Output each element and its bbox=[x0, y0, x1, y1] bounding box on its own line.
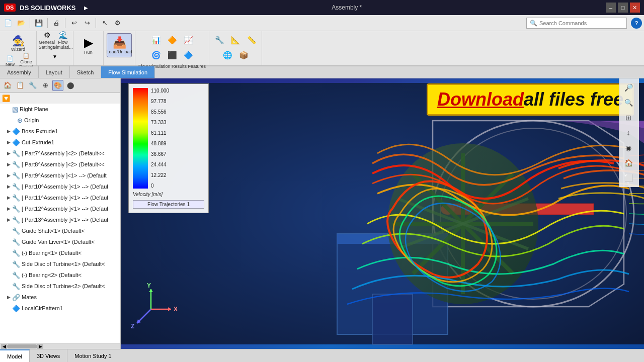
wizard-button[interactable]: 🧙 Wizard bbox=[8, 33, 28, 53]
toolbar-separator-1 bbox=[30, 18, 30, 28]
tree-item-side-disc2[interactable]: 🔧Side Disc of Turbine<2> (Default< bbox=[0, 281, 120, 292]
legend-val-8: 12.222 bbox=[151, 172, 169, 178]
zoom-out-button[interactable]: 🔍 bbox=[620, 96, 636, 110]
results-feature-btn4[interactable]: 🌀 bbox=[149, 48, 163, 62]
home-view-button[interactable]: 🏠 bbox=[620, 156, 636, 170]
tree-item-part10[interactable]: ▶🔧[ Part10^Assembly ]<1> --> (Defaul bbox=[0, 181, 120, 192]
general-settings-button[interactable]: ⚙ General Settings bbox=[40, 33, 54, 47]
extra-icons-row: 🔧 📐 📏 bbox=[212, 33, 259, 47]
results-feature-btn5[interactable]: ⬛ bbox=[165, 48, 179, 62]
lp-btn6[interactable]: ⬤ bbox=[65, 80, 76, 91]
scroll-left-button[interactable]: ◀ bbox=[1, 344, 7, 349]
ribbon-group-results: 📊 🔶 📈 🌀 ⬛ 🔷 Flow Simulation Results Feat… bbox=[135, 31, 209, 65]
tree-item-local-cir[interactable]: 🔷LocalCirPattern1 bbox=[0, 303, 120, 314]
legend-box-label[interactable]: Flow Trajectories 1 bbox=[133, 200, 204, 209]
tab-flow-simulation[interactable]: Flow Simulation bbox=[101, 66, 155, 78]
lp-btn2[interactable]: 📋 bbox=[15, 80, 26, 91]
view-options-button[interactable]: ⬜ bbox=[620, 171, 636, 185]
tab-assembly[interactable]: Assembly bbox=[0, 66, 39, 78]
zoom-in-button[interactable]: 🔎 bbox=[620, 80, 636, 95]
clone-icon: 📋 bbox=[23, 53, 30, 59]
tree-item-bearing2[interactable]: 🔧(-) Bearing<2> (Default< bbox=[0, 269, 120, 281]
lp-btn1[interactable]: 🏠 bbox=[2, 80, 13, 91]
select-button[interactable]: ↖ bbox=[99, 17, 111, 29]
tab-model[interactable]: Model bbox=[0, 349, 30, 362]
tab-sketch[interactable]: Sketch bbox=[70, 66, 102, 78]
search-box[interactable]: 🔍 bbox=[526, 18, 627, 29]
close-button[interactable]: ✕ bbox=[630, 3, 640, 13]
tree-item-guide-shaft[interactable]: 🔧Guide Shaft<1> (Default< bbox=[0, 225, 120, 236]
tree-item-boss-extrude1[interactable]: ▶🔷Boss-Extrude1 bbox=[0, 126, 120, 137]
tab-layout[interactable]: Layout bbox=[39, 66, 70, 78]
horizontal-scrollbar[interactable]: ◀ ▶ bbox=[0, 343, 120, 349]
tree-item-right-plane[interactable]: ▧Right Plane bbox=[0, 104, 120, 115]
rotate-view-button[interactable]: ↕ bbox=[620, 126, 636, 140]
loadunload-button[interactable]: 📥 Load/Unload bbox=[107, 33, 132, 57]
redo-button[interactable]: ↪ bbox=[81, 17, 93, 29]
toolbar-separator-2 bbox=[47, 18, 48, 28]
help-button[interactable]: ? bbox=[631, 18, 642, 29]
extra-btn3[interactable]: 📏 bbox=[245, 33, 259, 47]
undo-button[interactable]: ↩ bbox=[68, 17, 80, 29]
tree-icon-part13: 🔧 bbox=[12, 216, 20, 224]
loadunload-icon: 📥 bbox=[113, 36, 126, 49]
3d-viewport[interactable]: 291, 23 bbox=[121, 78, 644, 349]
save-button[interactable]: 💾 bbox=[33, 17, 45, 29]
search-input[interactable] bbox=[539, 20, 615, 26]
results-feature-btn1[interactable]: 📊 bbox=[149, 33, 163, 47]
results-feature-btn2[interactable]: 🔶 bbox=[165, 33, 179, 47]
extra-btn4[interactable]: 🌐 bbox=[220, 48, 234, 62]
print-button[interactable]: 🖨 bbox=[50, 17, 62, 29]
new-file-button[interactable]: 📄 bbox=[2, 17, 14, 29]
tree-item-cut-extrude1[interactable]: ▶🔷Cut-Extrude1 bbox=[0, 137, 120, 148]
tree-label-part11: [ Part11^Assembly ]<1> --> (Defaul bbox=[22, 195, 108, 201]
svg-text:X: X bbox=[174, 306, 178, 313]
extra-icon4: 🌐 bbox=[223, 51, 232, 60]
tree-item-part13[interactable]: ▶🔧[ Part13^Assembly ]<1> --> (Defaul bbox=[0, 214, 120, 225]
filter-bar: 🔽 bbox=[0, 93, 120, 104]
scroll-right-button[interactable]: ▶ bbox=[37, 344, 43, 349]
results-feature-btn6[interactable]: 🔷 bbox=[181, 48, 195, 62]
results-feature-btn3[interactable]: 📈 bbox=[181, 33, 195, 47]
tab-motion-study[interactable]: Motion Study 1 bbox=[67, 349, 119, 362]
tree-item-part12[interactable]: ▶🔧[ Part12^Assembly ]<1> --> (Defaul bbox=[0, 203, 120, 214]
open-button[interactable]: 📂 bbox=[15, 17, 27, 29]
tree-icon-side-disc1: 🔧 bbox=[12, 260, 20, 268]
tree-item-part9[interactable]: ▶🔧[ Part9^Assembly ]<1> --> (Default bbox=[0, 170, 120, 181]
extra-btn2[interactable]: 📐 bbox=[228, 33, 243, 47]
lp-btn4[interactable]: ⊕ bbox=[40, 80, 51, 91]
zoom-fit-button[interactable]: ⊞ bbox=[620, 111, 636, 125]
maximize-button[interactable]: □ bbox=[618, 3, 628, 13]
minimize-button[interactable]: – bbox=[606, 3, 616, 13]
results-icon3: 📈 bbox=[184, 36, 193, 45]
tree-item-origin[interactable]: ⊕Origin bbox=[0, 115, 120, 126]
tree-item-part7[interactable]: ▶🔧[ Part7^Assembly ]<2> (Default<< bbox=[0, 148, 120, 159]
run-button[interactable]: ▶ Run bbox=[77, 33, 100, 57]
settings-button[interactable]: ⚙ bbox=[112, 17, 124, 29]
scroll-thumb[interactable] bbox=[7, 344, 37, 348]
lp-btn5[interactable]: 🎨 bbox=[52, 80, 63, 91]
view-section-button[interactable]: ◉ bbox=[620, 141, 636, 155]
tree-item-mates[interactable]: ▶🔗Mates bbox=[0, 292, 120, 303]
tree-item-guide-van[interactable]: 🔧Guide Van Liver<1> (Default< bbox=[0, 236, 120, 247]
left-panel-toolbar: 🏠 📋 🔧 ⊕ 🎨 ⬤ bbox=[0, 78, 120, 93]
feature-tree[interactable]: ▧Right Plane⊕Origin▶🔷Boss-Extrude1▶🔷Cut-… bbox=[0, 104, 120, 343]
tree-item-part11[interactable]: ▶🔧[ Part11^Assembly ]<1> --> (Defaul bbox=[0, 192, 120, 203]
tree-label-part8: [ Part8^Assembly ]<2> (Default<< bbox=[22, 161, 105, 167]
extra-btn5[interactable]: 📦 bbox=[236, 48, 251, 62]
lp-btn3[interactable]: 🔧 bbox=[27, 80, 38, 91]
results-icon5: ⬛ bbox=[168, 51, 177, 60]
viewport-canvas[interactable]: X Y Z 110.000 97.778 85.556 bbox=[121, 78, 644, 349]
title-bar: DS DS SOLIDWORKS ▶ Assembly * – □ ✕ bbox=[0, 0, 644, 15]
results-icon6: 🔷 bbox=[184, 51, 193, 60]
tree-item-side-disc1[interactable]: 🔧Side Disc of Turbine<1> (Default< bbox=[0, 258, 120, 269]
tree-item-part8[interactable]: ▶🔧[ Part8^Assembly ]<2> (Default<< bbox=[0, 159, 120, 170]
extra-btn1[interactable]: 🔧 bbox=[212, 33, 226, 47]
legend-val-3: 73.333 bbox=[151, 120, 169, 125]
flow-sim-button[interactable]: 🌊 Flow Simulati... bbox=[56, 33, 70, 47]
tree-label-side-disc2: Side Disc of Turbine<2> (Default< bbox=[22, 283, 105, 289]
more-settings-button[interactable]: ▼ bbox=[48, 49, 62, 63]
svg-text:Z: Z bbox=[131, 323, 134, 330]
tree-item-bearing1[interactable]: 🔧(-) Bearing<1> (Default< bbox=[0, 247, 120, 258]
tab-3dviews[interactable]: 3D Views bbox=[30, 349, 67, 362]
